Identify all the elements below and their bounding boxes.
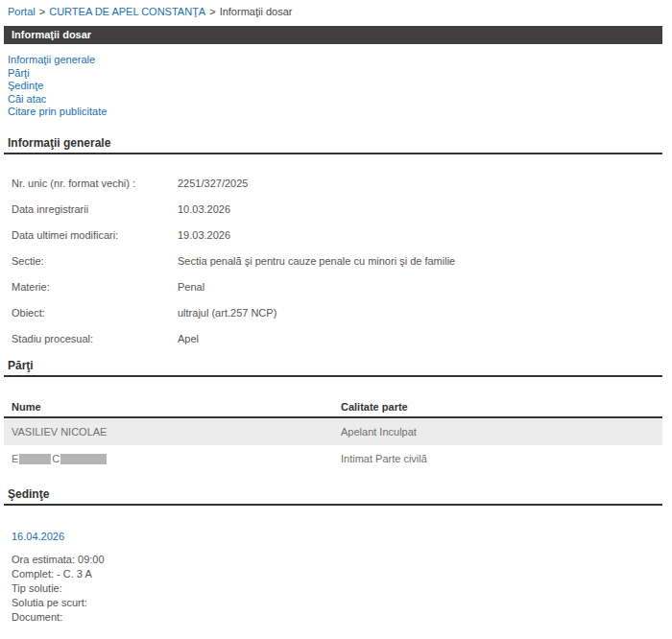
field-value: Apel bbox=[178, 332, 662, 345]
nav-link-informatii-generale[interactable]: Informaţii generale bbox=[8, 54, 662, 67]
session-detail-document: Document: bbox=[12, 610, 662, 625]
field-value: 2251/327/2025 bbox=[178, 177, 662, 190]
field-materie: Materie: Penal bbox=[4, 280, 662, 294]
session-detail-complet: Complet: - C. 3 A bbox=[12, 567, 662, 581]
page: Portal>CURTEA DE APEL CONSTANŢA>Informaţ… bbox=[4, 0, 662, 625]
field-label: Obiect: bbox=[12, 306, 178, 320]
section-parti: Părţi Nume Calitate parte VASILIEV NICOL… bbox=[4, 359, 662, 472]
section-heading-informatii-generale: Informaţii generale bbox=[4, 136, 662, 154]
session-detail-tip-solutie: Tip solutie: bbox=[12, 581, 662, 596]
field-label: Stadiu procesual: bbox=[12, 332, 178, 345]
field-label: Nr. unic (nr. format vechi) : bbox=[12, 177, 178, 190]
field-value: 10.03.2026 bbox=[178, 202, 662, 216]
party-quality: Intimat Parte civilă bbox=[341, 452, 662, 465]
field-data-inregistrarii: Data inregistrarii 10.03.2026 bbox=[4, 202, 662, 216]
session-detail-ora-estimata: Ora estimata: 09:00 bbox=[12, 553, 662, 567]
field-value: Sectia penală şi pentru cauze penale cu … bbox=[178, 254, 662, 268]
party-name: VASILIEV NICOLAE bbox=[12, 425, 341, 438]
field-sectie: Sectie: Sectia penală şi pentru cauze pe… bbox=[4, 254, 662, 268]
page-title: Informaţii dosar bbox=[12, 29, 91, 40]
nav-link-citare-publicitate[interactable]: Citare prin publicitate bbox=[8, 106, 662, 119]
field-obiect: Obiect: ultrajul (art.257 NCP) bbox=[4, 306, 662, 320]
field-stadiu-procesual: Stadiu procesual: Apel bbox=[4, 332, 662, 345]
session-details: Ora estimata: 09:00 Complet: - C. 3 A Ti… bbox=[4, 553, 662, 625]
column-header-calitate-parte: Calitate parte bbox=[341, 400, 662, 414]
party-name-initial: E bbox=[12, 453, 18, 464]
redaction-box bbox=[60, 454, 107, 464]
table-row: VASILIEV NICOLAE Apelant Inculpat bbox=[4, 418, 662, 445]
section-heading-sedinte: Şedinţe bbox=[4, 487, 662, 506]
field-value: Penal bbox=[178, 280, 662, 294]
column-header-nume: Nume bbox=[12, 400, 341, 414]
breadcrumb: Portal>CURTEA DE APEL CONSTANŢA>Informaţ… bbox=[4, 0, 662, 26]
page-title-bar: Informaţii dosar bbox=[4, 26, 662, 44]
section-heading-parti: Părţi bbox=[4, 359, 662, 377]
field-data-ultimei-modificari: Data ultimei modificari: 19.03.2026 bbox=[4, 228, 662, 242]
section-informatii-generale: Informaţii generale Nr. unic (nr. format… bbox=[4, 136, 662, 345]
nav-link-parti[interactable]: Părţi bbox=[8, 67, 662, 81]
session-date-link[interactable]: 16.04.2026 bbox=[12, 531, 64, 542]
field-value: 19.03.2026 bbox=[178, 228, 662, 242]
field-value: ultrajul (art.257 NCP) bbox=[178, 306, 662, 320]
session-detail-solutia-pe-scurt: Solutia pe scurt: bbox=[12, 596, 662, 610]
field-label: Sectie: bbox=[12, 254, 178, 268]
nav-link-sedinte[interactable]: Şedinţe bbox=[8, 80, 662, 93]
quick-links-nav: Informaţii generale Părţi Şedinţe Căi at… bbox=[4, 54, 662, 119]
party-name-redacted: EC bbox=[12, 452, 341, 465]
general-info-fields: Nr. unic (nr. format vechi) : 2251/327/2… bbox=[4, 177, 662, 345]
party-name-initial: C bbox=[52, 453, 60, 464]
parties-table: Nume Calitate parte VASILIEV NICOLAE Ape… bbox=[4, 400, 662, 472]
breadcrumb-portal-link[interactable]: Portal bbox=[8, 6, 36, 17]
breadcrumb-separator: > bbox=[205, 6, 219, 17]
field-label: Materie: bbox=[12, 280, 178, 294]
parties-table-header: Nume Calitate parte bbox=[4, 400, 662, 418]
party-quality: Apelant Inculpat bbox=[341, 425, 662, 438]
table-row: EC Intimat Parte civilă bbox=[4, 445, 662, 472]
nav-link-cai-atac[interactable]: Căi atac bbox=[8, 93, 662, 106]
breadcrumb-current-page: Informaţii dosar bbox=[220, 6, 293, 17]
section-sedinte: Şedinţe 16.04.2026 Ora estimata: 09:00 C… bbox=[4, 487, 662, 625]
redaction-box bbox=[19, 454, 51, 464]
field-label: Data ultimei modificari: bbox=[12, 228, 178, 242]
breadcrumb-separator: > bbox=[36, 6, 49, 17]
field-nr-unic: Nr. unic (nr. format vechi) : 2251/327/2… bbox=[4, 177, 662, 190]
breadcrumb-court-link[interactable]: CURTEA DE APEL CONSTANŢA bbox=[49, 6, 205, 17]
field-label: Data inregistrarii bbox=[12, 202, 178, 216]
